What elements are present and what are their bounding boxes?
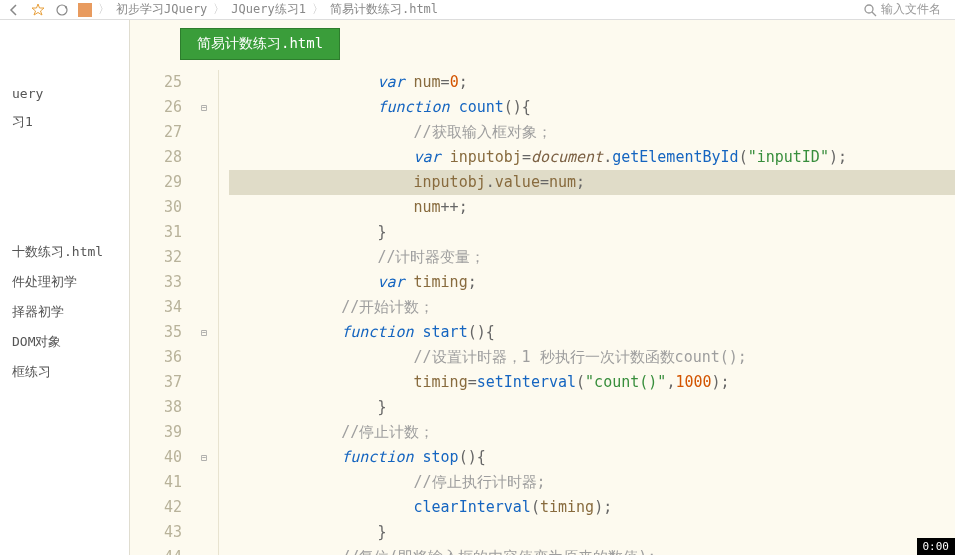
sidebar-item[interactable]: 习1 bbox=[8, 107, 121, 137]
folder-icon bbox=[78, 3, 92, 17]
fold-column: ⊟⊟⊟ bbox=[190, 60, 218, 555]
tab-bar: 简易计数练习.html bbox=[130, 20, 955, 60]
sidebar-item[interactable]: 框练习 bbox=[8, 357, 121, 387]
editor: 简易计数练习.html 2526272829303132333435363738… bbox=[130, 20, 955, 555]
breadcrumb-sep: 〉 bbox=[312, 1, 324, 18]
breadcrumb: 〉 初步学习JQuery 〉 JQuery练习1 〉 简易计数练习.html bbox=[78, 1, 438, 18]
breadcrumb-sep: 〉 bbox=[213, 1, 225, 18]
breadcrumb-item[interactable]: 初步学习JQuery bbox=[116, 1, 207, 18]
svg-point-0 bbox=[57, 5, 67, 15]
back-icon[interactable] bbox=[6, 2, 22, 18]
search-placeholder: 输入文件名 bbox=[881, 1, 941, 18]
time-badge: 0:00 bbox=[917, 538, 956, 555]
sidebar-item[interactable]: uery bbox=[8, 80, 121, 107]
star-icon[interactable] bbox=[30, 2, 46, 18]
search-icon bbox=[863, 3, 877, 17]
breadcrumb-item[interactable]: JQuery练习1 bbox=[231, 1, 306, 18]
sidebar-item[interactable]: 择器初学 bbox=[8, 297, 121, 327]
refresh-icon[interactable] bbox=[54, 2, 70, 18]
toolbar: 〉 初步学习JQuery 〉 JQuery练习1 〉 简易计数练习.html 输… bbox=[0, 0, 955, 20]
search-box[interactable]: 输入文件名 bbox=[855, 1, 949, 18]
breadcrumb-sep: 〉 bbox=[98, 1, 110, 18]
sidebar-item[interactable]: DOM对象 bbox=[8, 327, 121, 357]
sidebar-item[interactable]: 件处理初学 bbox=[8, 267, 121, 297]
sidebar: uery 习1 十数练习.html 件处理初学 择器初学 DOM对象 框练习 bbox=[0, 20, 130, 555]
svg-point-1 bbox=[865, 5, 873, 13]
svg-line-2 bbox=[872, 12, 876, 16]
sidebar-item[interactable]: 十数练习.html bbox=[8, 237, 121, 267]
breadcrumb-item[interactable]: 简易计数练习.html bbox=[330, 1, 438, 18]
tab-active[interactable]: 简易计数练习.html bbox=[180, 28, 340, 60]
line-gutter: 2526272829303132333435363738394041424344 bbox=[130, 60, 190, 555]
code-content[interactable]: var num=0; function count(){ //获取输入框对象； … bbox=[219, 60, 955, 555]
code-area[interactable]: 2526272829303132333435363738394041424344… bbox=[130, 60, 955, 555]
